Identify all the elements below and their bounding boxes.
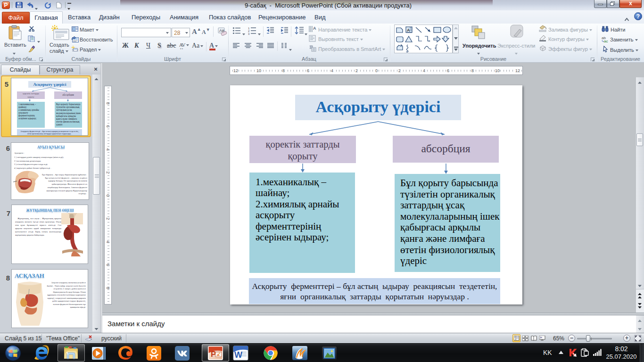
- svg-text:W: W: [234, 350, 242, 360]
- svg-text:A: A: [407, 28, 410, 33]
- svg-text:А: А: [313, 26, 316, 31]
- svg-text:ac: ac: [604, 39, 608, 43]
- svg-text:3: 3: [248, 33, 250, 35]
